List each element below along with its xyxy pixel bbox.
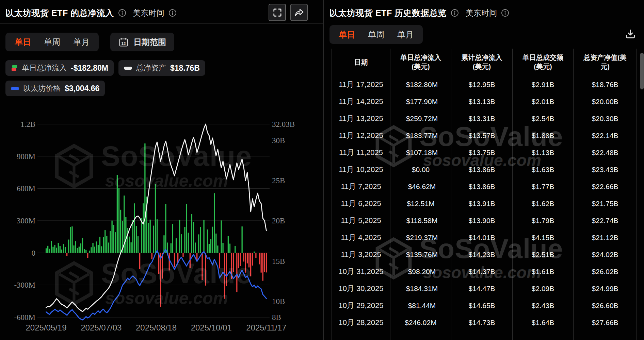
info-icon[interactable] [168,9,177,17]
tab-weekly[interactable]: 单周 [361,25,391,44]
outflow-bar [226,253,227,286]
inflow-bar [254,252,255,253]
table-row[interactable]: 11月 6,2025$12.51M$13.91B$1.62B$21.75B [332,195,637,212]
table-row[interactable]: 11月 7,2025-$46.62M$13.86B$1.77B$22.66B [332,178,637,195]
inflow-bar [115,232,116,253]
inflow-bar [155,184,156,253]
inflow-bar [77,248,78,253]
inflow-bar [163,235,164,253]
inflow-bar [52,247,53,253]
inflow-bar [46,248,47,253]
legend-swatch-white-line [124,67,132,70]
date-cell: 10月 28,2025 [332,314,390,331]
outflow-bar [261,253,262,273]
cumulative-cell: $14.73B [451,314,513,331]
history-table-panel: 以太坊现货 ETF 历史数据总览 美东时间 单日单周单月 日期单日总净流入(美元… [323,0,644,340]
nav-cell: $21.75B [574,195,637,212]
info-icon[interactable] [501,9,509,17]
table-row[interactable]: 11月 11,2025-$107.18M$13.75B$1.13B$22.48B [332,144,637,161]
outflow-bar [245,253,246,273]
left-axis-tick: 900M [17,152,35,161]
tab-monthly[interactable]: 单月 [391,25,420,44]
table-row[interactable]: 11月 12,2025-$183.77M$13.57B$1.88B$22.14B [332,127,637,144]
info-icon[interactable] [451,9,459,17]
inflow-bar [47,246,48,253]
date-range-button[interactable]: 12 日期范围 [110,33,174,51]
outflow-bar [238,253,239,268]
inflow-bar [165,204,166,253]
cumulative-cell: $13.90B [451,212,513,229]
tab-daily[interactable]: 单日 [8,33,37,51]
fullscreen-button[interactable] [269,4,286,21]
download-button[interactable] [625,29,636,41]
inflow-bar [207,230,208,253]
table-row[interactable]: 11月 3,2025-$135.76M$14.23B$2.51B$24.02B [332,246,637,263]
column-header-3: 单日总成交额(美元) [513,49,574,76]
history-header: 以太坊现货 ETF 历史数据总览 美东时间 [324,0,644,20]
legend-label: 总净资产 [136,63,166,73]
date-cell: 11月 14,2025 [332,93,390,110]
table-row[interactable]: 10月 31,2025-$98.20M$14.37B$1.61B$26.02B [332,263,637,280]
inflow-bar [94,247,95,253]
inflow-bar [130,242,131,253]
date-cell: 11月 13,2025 [332,110,390,127]
legend-value: $3,004.66 [65,84,99,93]
table-row[interactable]: 10月 30,2025-$184.31M$14.47B$2.09B$24.99B [332,280,637,297]
inflow-bar [84,249,85,253]
timezone-label: 美东时间 [133,8,164,18]
tab-monthly[interactable]: 单月 [67,33,96,51]
inflow-bar [98,245,99,253]
table-row[interactable]: 11月 13,2025-$259.72M$13.31B$2.54B$20.30B [332,110,637,127]
info-icon[interactable] [118,9,126,17]
empty-cell [574,331,637,340]
volume-cell: $2.51B [513,246,574,263]
inflow-cell: $246.02M [390,314,451,331]
table-row[interactable]: 11月 4,2025-$219.37M$14.01B$4.15B$21.12B [332,229,637,246]
tab-daily[interactable]: 单日 [332,25,361,44]
inflow-bar [241,226,242,253]
legend-item-0[interactable]: 单日总净流入-$182.80M [5,60,114,76]
volume-cell: $2.43B [513,297,574,314]
table-row[interactable]: 10月 28,2025$246.02M$14.73B$1.64B$27.66B [332,314,637,331]
cumulative-cell: $13.31B [451,110,513,127]
inflow-bar [61,250,62,253]
outflow-bar [219,253,220,269]
tab-weekly[interactable]: 单周 [37,33,67,51]
inflow-bar [209,244,210,253]
inflow-bar [58,243,59,253]
legend-item-1[interactable]: 总净资产$18.76B [118,60,205,76]
outflow-bar [87,253,88,258]
share-button[interactable] [290,4,308,21]
x-axis-tick: 2025/11/17 [246,323,286,332]
inflow-bar [73,245,74,253]
inflow-bar [56,248,57,253]
table-row[interactable]: 11月 5,2025-$118.58M$13.90B$1.79B$22.74B [332,212,637,229]
table-row[interactable]: 11月 17,2025-$182.80M$12.95B$2.91B$18.76B [332,76,637,93]
outflow-bar [255,253,256,258]
inflow-bar [191,214,192,253]
outflow-bar [160,253,161,307]
inflow-cell: -$46.62M [390,178,451,195]
table-scrollbar[interactable] [640,53,644,89]
outflow-bar [259,253,260,265]
left-axis-tick: 1.2B [20,120,35,129]
date-cell: 11月 5,2025 [332,212,390,229]
cumulative-cell: $14.01B [451,229,513,246]
cumulative-cell: $13.86B [451,161,513,178]
x-axis-tick: 2025/10/01 [191,323,232,332]
table-row[interactable]: 10月 29,2025-$81.44M$14.65B$2.43B$26.60B [332,297,637,314]
legend-item-2[interactable]: 以太坊价格$3,004.66 [5,81,105,96]
period-tabs: 单日单周单月 [329,25,423,44]
date-cell: 11月 12,2025 [332,127,390,144]
inflow-bar [79,247,80,253]
nav-cell: $21.12B [574,229,637,246]
table-row[interactable]: 11月 10,2025$0.00$13.86B$1.63B$23.43B [332,161,637,178]
inflow-bar [117,175,118,253]
volume-cell: $1.79B [513,212,574,229]
table-row[interactable]: 11月 14,2025-$177.90M$13.13B$2.01B$20.00B [332,93,637,110]
fullscreen-icon [273,8,282,17]
nav-cell: $22.74B [574,212,637,229]
flow-chart[interactable]: 1.2B900M600M300M0-300M-600M32.03B30B25B2… [0,112,323,340]
period-tabs: 单日单周单月 [5,33,99,51]
cumulative-cell: $14.65B [451,297,513,314]
